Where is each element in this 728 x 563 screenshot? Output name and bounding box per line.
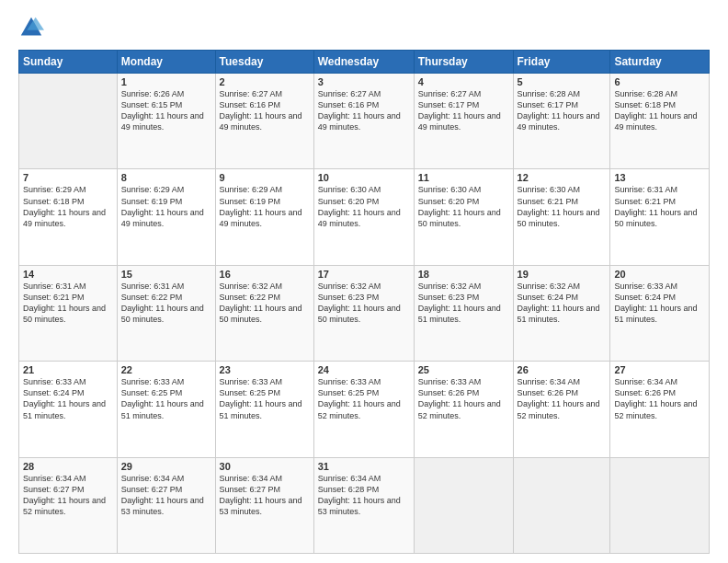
- day-number: 14: [23, 269, 113, 280]
- calendar-cell: 29 Sunrise: 6:34 AMSunset: 6:27 PMDaylig…: [117, 457, 215, 553]
- cell-info: Sunrise: 6:34 AMSunset: 6:27 PMDaylight:…: [220, 474, 302, 516]
- calendar-cell: 8 Sunrise: 6:29 AMSunset: 6:19 PMDayligh…: [117, 169, 215, 265]
- day-number: 13: [614, 172, 705, 183]
- calendar-cell: 22 Sunrise: 6:33 AMSunset: 6:25 PMDaylig…: [117, 362, 215, 457]
- calendar-cell: 20 Sunrise: 6:33 AMSunset: 6:24 PMDaylig…: [610, 265, 710, 361]
- calendar-cell: 15 Sunrise: 6:31 AMSunset: 6:22 PMDaylig…: [117, 265, 215, 361]
- day-header-thursday: Thursday: [414, 51, 513, 74]
- calendar: SundayMondayTuesdayWednesdayThursdayFrid…: [18, 50, 710, 554]
- cell-info: Sunrise: 6:34 AMSunset: 6:27 PMDaylight:…: [23, 474, 106, 516]
- day-number: 29: [121, 461, 211, 472]
- calendar-cell: [513, 457, 610, 553]
- cell-info: Sunrise: 6:33 AMSunset: 6:26 PMDaylight:…: [418, 377, 501, 419]
- calendar-cell: 16 Sunrise: 6:32 AMSunset: 6:22 PMDaylig…: [215, 265, 313, 361]
- cell-info: Sunrise: 6:26 AMSunset: 6:15 PMDaylight:…: [121, 89, 204, 132]
- calendar-header: SundayMondayTuesdayWednesdayThursdayFrid…: [19, 51, 710, 74]
- day-number: 18: [418, 269, 509, 280]
- calendar-cell: 21 Sunrise: 6:33 AMSunset: 6:24 PMDaylig…: [19, 362, 118, 457]
- week-row: 1 Sunrise: 6:26 AMSunset: 6:15 PMDayligh…: [19, 74, 710, 169]
- calendar-cell: 17 Sunrise: 6:32 AMSunset: 6:23 PMDaylig…: [313, 265, 414, 361]
- cell-info: Sunrise: 6:30 AMSunset: 6:21 PMDaylight:…: [518, 185, 600, 227]
- day-number: 10: [318, 172, 410, 183]
- calendar-cell: [414, 457, 513, 553]
- day-header-tuesday: Tuesday: [215, 51, 313, 74]
- day-number: 28: [23, 461, 113, 472]
- calendar-cell: 11 Sunrise: 6:30 AMSunset: 6:20 PMDaylig…: [414, 169, 513, 265]
- day-number: 5: [518, 76, 607, 87]
- header: [18, 15, 710, 40]
- day-number: 24: [318, 364, 410, 375]
- day-number: 23: [220, 364, 310, 375]
- day-number: 12: [518, 172, 607, 183]
- cell-info: Sunrise: 6:33 AMSunset: 6:24 PMDaylight:…: [23, 377, 106, 419]
- cell-info: Sunrise: 6:31 AMSunset: 6:21 PMDaylight:…: [23, 282, 106, 324]
- calendar-cell: 6 Sunrise: 6:28 AMSunset: 6:18 PMDayligh…: [610, 74, 710, 169]
- day-number: 2: [220, 76, 310, 87]
- day-header-monday: Monday: [117, 51, 215, 74]
- cell-info: Sunrise: 6:27 AMSunset: 6:16 PMDaylight:…: [318, 89, 401, 132]
- cell-info: Sunrise: 6:31 AMSunset: 6:22 PMDaylight:…: [121, 282, 204, 324]
- cell-info: Sunrise: 6:31 AMSunset: 6:21 PMDaylight:…: [614, 185, 697, 227]
- calendar-cell: 30 Sunrise: 6:34 AMSunset: 6:27 PMDaylig…: [215, 457, 313, 553]
- day-number: 16: [220, 269, 310, 280]
- calendar-cell: 19 Sunrise: 6:32 AMSunset: 6:24 PMDaylig…: [513, 265, 610, 361]
- day-number: 7: [23, 172, 113, 183]
- calendar-cell: 25 Sunrise: 6:33 AMSunset: 6:26 PMDaylig…: [414, 362, 513, 457]
- calendar-cell: 23 Sunrise: 6:33 AMSunset: 6:25 PMDaylig…: [215, 362, 313, 457]
- day-header-saturday: Saturday: [610, 51, 710, 74]
- cell-info: Sunrise: 6:27 AMSunset: 6:17 PMDaylight:…: [418, 89, 501, 132]
- calendar-cell: [610, 457, 710, 553]
- cell-info: Sunrise: 6:29 AMSunset: 6:18 PMDaylight:…: [23, 185, 106, 227]
- calendar-cell: 12 Sunrise: 6:30 AMSunset: 6:21 PMDaylig…: [513, 169, 610, 265]
- cell-info: Sunrise: 6:29 AMSunset: 6:19 PMDaylight:…: [121, 185, 204, 227]
- day-header-sunday: Sunday: [19, 51, 118, 74]
- calendar-cell: 4 Sunrise: 6:27 AMSunset: 6:17 PMDayligh…: [414, 74, 513, 169]
- cell-info: Sunrise: 6:34 AMSunset: 6:26 PMDaylight:…: [614, 377, 697, 419]
- cell-info: Sunrise: 6:34 AMSunset: 6:26 PMDaylight:…: [518, 377, 600, 419]
- day-number: 3: [318, 76, 410, 87]
- day-number: 20: [614, 269, 705, 280]
- day-number: 11: [418, 172, 509, 183]
- calendar-cell: 28 Sunrise: 6:34 AMSunset: 6:27 PMDaylig…: [19, 457, 118, 553]
- cell-info: Sunrise: 6:28 AMSunset: 6:18 PMDaylight:…: [614, 89, 697, 132]
- day-number: 26: [518, 364, 607, 375]
- calendar-cell: [19, 74, 118, 169]
- day-number: 27: [614, 364, 705, 375]
- cell-info: Sunrise: 6:32 AMSunset: 6:22 PMDaylight:…: [220, 282, 302, 324]
- calendar-cell: 7 Sunrise: 6:29 AMSunset: 6:18 PMDayligh…: [19, 169, 118, 265]
- day-number: 15: [121, 269, 211, 280]
- day-number: 8: [121, 172, 211, 183]
- day-number: 31: [318, 461, 410, 472]
- calendar-cell: 9 Sunrise: 6:29 AMSunset: 6:19 PMDayligh…: [215, 169, 313, 265]
- calendar-cell: 3 Sunrise: 6:27 AMSunset: 6:16 PMDayligh…: [313, 74, 414, 169]
- cell-info: Sunrise: 6:30 AMSunset: 6:20 PMDaylight:…: [418, 185, 501, 227]
- logo-icon: [18, 15, 44, 40]
- calendar-cell: 2 Sunrise: 6:27 AMSunset: 6:16 PMDayligh…: [215, 74, 313, 169]
- day-header-wednesday: Wednesday: [313, 51, 414, 74]
- day-header-friday: Friday: [513, 51, 610, 74]
- cell-info: Sunrise: 6:27 AMSunset: 6:16 PMDaylight:…: [220, 89, 302, 132]
- day-number: 17: [318, 269, 410, 280]
- cell-info: Sunrise: 6:34 AMSunset: 6:28 PMDaylight:…: [318, 474, 401, 516]
- cell-info: Sunrise: 6:30 AMSunset: 6:20 PMDaylight:…: [318, 185, 401, 227]
- week-row: 7 Sunrise: 6:29 AMSunset: 6:18 PMDayligh…: [19, 169, 710, 265]
- calendar-cell: 26 Sunrise: 6:34 AMSunset: 6:26 PMDaylig…: [513, 362, 610, 457]
- calendar-cell: 13 Sunrise: 6:31 AMSunset: 6:21 PMDaylig…: [610, 169, 710, 265]
- week-row: 21 Sunrise: 6:33 AMSunset: 6:24 PMDaylig…: [19, 362, 710, 457]
- week-row: 14 Sunrise: 6:31 AMSunset: 6:21 PMDaylig…: [19, 265, 710, 361]
- cell-info: Sunrise: 6:34 AMSunset: 6:27 PMDaylight:…: [121, 474, 204, 516]
- logo: [18, 15, 48, 40]
- cell-info: Sunrise: 6:28 AMSunset: 6:17 PMDaylight:…: [518, 89, 600, 132]
- day-number: 25: [418, 364, 509, 375]
- day-number: 9: [220, 172, 310, 183]
- calendar-cell: 18 Sunrise: 6:32 AMSunset: 6:23 PMDaylig…: [414, 265, 513, 361]
- calendar-cell: 24 Sunrise: 6:33 AMSunset: 6:25 PMDaylig…: [313, 362, 414, 457]
- day-number: 21: [23, 364, 113, 375]
- calendar-table: SundayMondayTuesdayWednesdayThursdayFrid…: [18, 50, 710, 554]
- header-row: SundayMondayTuesdayWednesdayThursdayFrid…: [19, 51, 710, 74]
- calendar-cell: 5 Sunrise: 6:28 AMSunset: 6:17 PMDayligh…: [513, 74, 610, 169]
- day-number: 22: [121, 364, 211, 375]
- cell-info: Sunrise: 6:32 AMSunset: 6:23 PMDaylight:…: [418, 282, 501, 324]
- cell-info: Sunrise: 6:33 AMSunset: 6:25 PMDaylight:…: [318, 377, 401, 419]
- day-number: 6: [614, 76, 705, 87]
